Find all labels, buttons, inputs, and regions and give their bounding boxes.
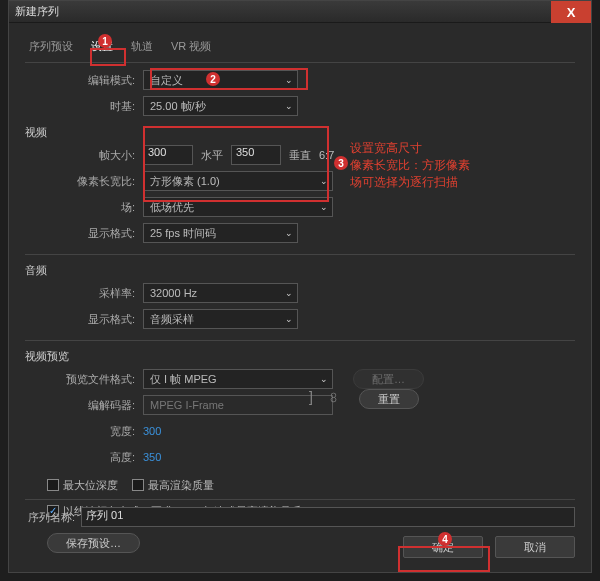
close-button[interactable]: X — [551, 1, 591, 23]
fields-select[interactable]: 低场优先⌄ — [143, 197, 333, 217]
video-fmt-select[interactable]: 25 fps 时间码⌄ — [143, 223, 298, 243]
par-label: 像素长宽比: — [25, 174, 143, 189]
preview-file-select[interactable]: 仅 I 帧 MPEG⌄ — [143, 369, 333, 389]
seq-name-input[interactable]: 序列 01 — [81, 507, 575, 527]
preview-w-label: 宽度: — [25, 424, 143, 439]
frame-width-input[interactable]: 300 — [143, 145, 193, 165]
maxrender-checkbox[interactable] — [132, 479, 144, 491]
frame-height-input[interactable]: 350 — [231, 145, 281, 165]
chevron-down-icon: ⌄ — [285, 101, 293, 111]
chevron-down-icon: ⌄ — [320, 202, 328, 212]
chevron-down-icon: ⌄ — [285, 75, 293, 85]
audio-fmt-select[interactable]: 音频采样⌄ — [143, 309, 298, 329]
preview-h-label: 高度: — [25, 450, 143, 465]
timebase-label: 时基: — [25, 99, 143, 114]
chevron-down-icon: ⌄ — [285, 288, 293, 298]
par-select[interactable]: 方形像素 (1.0)⌄ — [143, 171, 333, 191]
chevron-down-icon: ⌄ — [320, 176, 328, 186]
aspect-ratio: 6:7 — [319, 149, 334, 161]
annotation-4: 4 — [438, 532, 452, 546]
chevron-down-icon: ⌄ — [320, 374, 328, 384]
annotation-1: 1 — [98, 34, 112, 48]
section-preview: 视频预览 — [25, 349, 575, 364]
edit-mode-label: 编辑模式: — [25, 73, 143, 88]
chevron-down-icon: ⌄ — [285, 314, 293, 324]
codec-label: 编解码器: — [25, 398, 143, 413]
config-button: 配置… — [353, 369, 424, 389]
tab-presets[interactable]: 序列预设 — [29, 39, 73, 54]
audio-fmt-label: 显示格式: — [25, 312, 143, 327]
tab-tracks[interactable]: 轨道 — [131, 39, 153, 54]
samplerate-label: 采样率: — [25, 286, 143, 301]
chevron-down-icon: ⌄ — [285, 228, 293, 238]
maxrender-label: 最高渲染质量 — [148, 478, 214, 493]
video-fmt-label: 显示格式: — [25, 226, 143, 241]
codec-select: MPEG I-Frame — [143, 395, 333, 415]
section-audio: 音频 — [25, 263, 575, 278]
framesize-label: 帧大小: — [25, 148, 143, 163]
annotation-2: 2 — [206, 72, 220, 86]
annotation-3: 3 — [334, 156, 348, 170]
preview-width[interactable]: 300 — [143, 425, 161, 437]
annotation-text: 设置宽高尺寸 像素长宽比：方形像素 场可选择为逐行扫描 — [350, 140, 470, 190]
link-icon[interactable]: 𝟾 — [329, 389, 338, 406]
bracket-icon: ] — [309, 389, 313, 405]
section-video: 视频 — [25, 125, 575, 140]
v-label: 垂直 — [281, 148, 319, 163]
timebase-select[interactable]: 25.00 帧/秒⌄ — [143, 96, 298, 116]
maxdepth-label: 最大位深度 — [63, 478, 118, 493]
reset-button[interactable]: 重置 — [359, 389, 419, 409]
seq-name-label: 序列名称: — [25, 510, 81, 525]
preview-height[interactable]: 350 — [143, 451, 161, 463]
h-label: 水平 — [193, 148, 231, 163]
maxdepth-checkbox[interactable] — [47, 479, 59, 491]
edit-mode-select[interactable]: 自定义⌄ — [143, 70, 298, 90]
cancel-button[interactable]: 取消 — [495, 536, 575, 558]
window-title: 新建序列 — [15, 4, 59, 19]
tab-vr[interactable]: VR 视频 — [171, 39, 211, 54]
preview-file-label: 预览文件格式: — [25, 372, 143, 387]
fields-label: 场: — [25, 200, 143, 215]
samplerate-select[interactable]: 32000 Hz⌄ — [143, 283, 298, 303]
titlebar: 新建序列 X — [9, 1, 591, 23]
